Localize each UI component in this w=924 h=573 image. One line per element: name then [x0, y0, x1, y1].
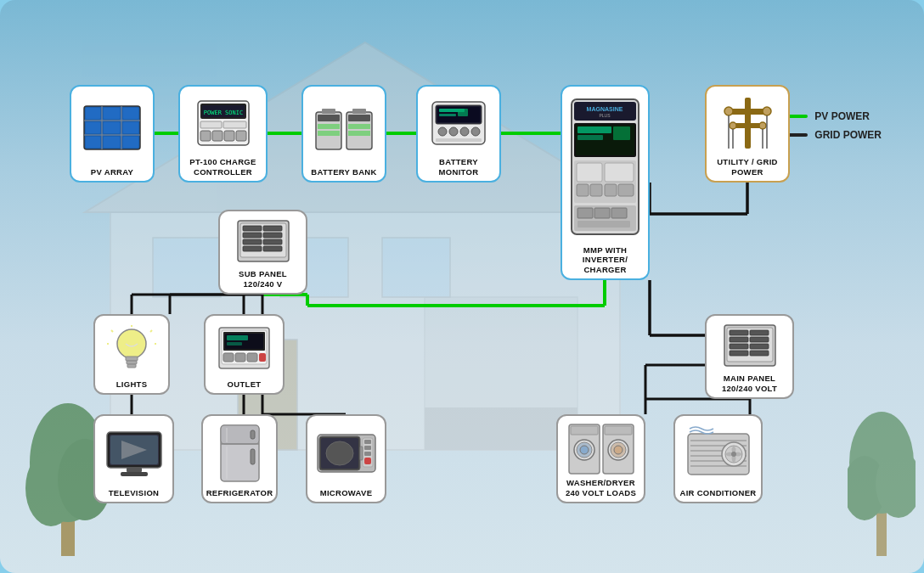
svg-rect-103 — [605, 163, 634, 182]
battery-bank-icon-area — [307, 92, 381, 165]
battery-monitor-icon — [429, 98, 488, 148]
svg-rect-112 — [578, 221, 630, 228]
utility-grid-box: UTILITY / GRID POWER — [705, 85, 790, 183]
pv-array-label: PV ARRAY — [91, 167, 133, 177]
pv-power-label: PV POWER — [814, 110, 870, 122]
svg-rect-109 — [578, 208, 593, 218]
sub-panel-label: SUB PANEL 120/240 V — [223, 269, 302, 289]
svg-rect-71 — [318, 115, 340, 121]
svg-rect-128 — [243, 233, 262, 238]
svg-rect-65 — [200, 131, 211, 141]
svg-rect-68 — [236, 131, 246, 141]
lights-box: LIGHTS — [93, 314, 170, 395]
svg-rect-106 — [605, 184, 617, 196]
svg-rect-100 — [613, 126, 630, 140]
grid-power-legend: GRID POWER — [774, 129, 882, 141]
microwave-icon — [316, 430, 377, 476]
svg-rect-72 — [318, 124, 340, 129]
svg-rect-91 — [436, 138, 482, 142]
mmp-icon-area: MAGNASINЕ PLUS — [566, 92, 645, 243]
svg-rect-183 — [364, 452, 371, 456]
battery-monitor-box: BATTERY MONITOR — [416, 85, 501, 183]
television-icon-area — [99, 421, 169, 486]
microwave-icon-area — [311, 421, 381, 486]
main-diagram: PV POWER GRID POWER — [0, 0, 924, 573]
svg-rect-145 — [126, 357, 138, 361]
main-panel-box: MAIN PANEL 120/240 VOLT — [705, 314, 794, 399]
mmp-label: MMP WITH INVERTER/ CHARGER — [566, 245, 645, 274]
svg-rect-110 — [594, 208, 610, 218]
svg-rect-51 — [104, 108, 120, 119]
svg-rect-54 — [104, 122, 120, 133]
mmp-box: MAGNASINЕ PLUS — [561, 85, 650, 280]
svg-point-119 — [759, 122, 766, 129]
washer-dryer-icon — [567, 420, 635, 475]
television-box: TELEVISION — [93, 414, 174, 503]
svg-line-150 — [150, 330, 152, 332]
svg-rect-129 — [263, 233, 282, 238]
svg-rect-80 — [348, 138, 370, 146]
svg-rect-185 — [360, 447, 363, 460]
svg-point-88 — [449, 127, 458, 136]
grid-power-label: GRID POWER — [814, 129, 882, 141]
lights-label: LIGHTS — [116, 379, 148, 389]
svg-rect-162 — [259, 353, 266, 362]
air-conditioner-icon — [685, 425, 752, 480]
svg-rect-105 — [590, 184, 602, 196]
refrigerator-box: REFRIGERATOR — [201, 414, 278, 503]
pt100-box: POWER SONIC PT-100 CHARGE CONTROLLER — [178, 85, 268, 183]
svg-point-144 — [117, 329, 146, 358]
svg-rect-86 — [458, 109, 468, 116]
air-conditioner-box: AIR CONDITIONER — [673, 414, 763, 503]
svg-rect-139 — [750, 337, 769, 342]
battery-monitor-label: BATTERY MONITOR — [421, 157, 496, 177]
svg-rect-160 — [235, 353, 245, 362]
sub-panel-icon-area — [223, 216, 302, 267]
outlet-label: OUTLET — [228, 379, 262, 389]
mmp-icon: MAGNASINЕ PLUS — [569, 97, 641, 237]
svg-rect-168 — [121, 472, 148, 476]
svg-rect-184 — [364, 458, 371, 464]
svg-rect-159 — [223, 353, 234, 362]
utility-grid-label: UTILITY / GRID POWER — [710, 157, 785, 177]
svg-rect-66 — [212, 131, 223, 141]
svg-rect-58 — [123, 137, 138, 148]
tree-right — [848, 386, 916, 556]
microwave-box: MICROWAVE — [306, 414, 386, 503]
legend: PV POWER GRID POWER — [774, 110, 882, 141]
svg-rect-53 — [86, 122, 100, 133]
television-icon — [104, 428, 164, 479]
svg-rect-143 — [750, 351, 769, 356]
svg-rect-64 — [223, 121, 246, 128]
svg-point-117 — [763, 107, 771, 115]
battery-bank-box: BATTERY BANK — [301, 85, 386, 183]
svg-line-149 — [111, 330, 113, 332]
battery-monitor-icon-area — [421, 92, 496, 154]
pv-array-icon-area — [75, 92, 149, 165]
pt100-icon-area: POWER SONIC — [183, 92, 262, 154]
svg-rect-104 — [577, 184, 589, 196]
svg-rect-76 — [352, 109, 366, 114]
svg-rect-147 — [127, 364, 136, 368]
svg-rect-85 — [439, 114, 456, 116]
washer-dryer-icon-area — [561, 420, 640, 475]
svg-rect-99 — [578, 135, 603, 140]
svg-rect-172 — [251, 430, 255, 439]
svg-rect-133 — [263, 246, 282, 251]
svg-rect-173 — [251, 449, 255, 464]
utility-grid-icon-area — [710, 92, 785, 154]
svg-point-89 — [460, 127, 469, 136]
svg-rect-70 — [322, 109, 335, 114]
svg-point-87 — [438, 127, 447, 136]
sub-panel-box: SUB PANEL 120/240 V — [218, 210, 307, 295]
utility-grid-icon — [720, 93, 775, 153]
television-label: TELEVISION — [109, 488, 159, 497]
refrigerator-label: REFRIGERATOR — [206, 488, 273, 497]
svg-text:PLUS: PLUS — [599, 113, 611, 118]
svg-text:MAGNASINЕ: MAGNASINЕ — [587, 106, 623, 112]
refrigerator-icon-area — [206, 421, 273, 486]
svg-rect-142 — [730, 351, 748, 356]
battery-bank-label: BATTERY BANK — [311, 167, 376, 177]
svg-rect-98 — [578, 126, 611, 133]
svg-rect-78 — [348, 124, 370, 129]
